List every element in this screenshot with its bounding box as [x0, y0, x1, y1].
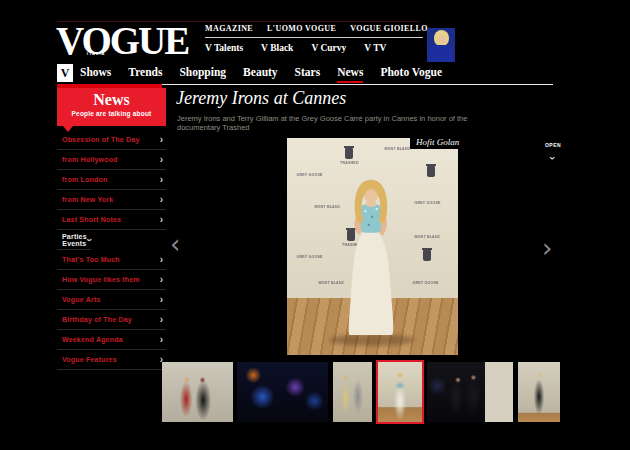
person-figure: [331, 164, 411, 344]
greygoose-logo: GREY GOOSE: [414, 200, 440, 205]
chevron-right-icon: ›: [160, 275, 163, 285]
logo-letter-v: V: [56, 19, 81, 62]
thumbnail-5[interactable]: [427, 362, 513, 422]
secondary-nav-divider: [205, 37, 423, 38]
sidebar-item-from-london[interactable]: from London›: [57, 170, 166, 190]
sidebar-item-from-hollywood[interactable]: from Hollywood›: [57, 150, 166, 170]
greygoose-logo: GREY GOOSE: [296, 172, 322, 177]
nav-v-curvy[interactable]: V Curvy: [311, 43, 346, 53]
open-panel-button[interactable]: OPEN ›: [540, 142, 566, 166]
nav-v-talents[interactable]: V Talents: [205, 43, 243, 53]
trashed-logo-icon: [345, 148, 353, 159]
vogue-news-page: VOITALIAGUE MAGAZINE L'UOMO VOGUE VOGUE …: [0, 0, 630, 450]
secondary-nav-row1: MAGAZINE L'UOMO VOGUE VOGUE GIOIELLO: [205, 24, 423, 33]
nav-v-tv[interactable]: V TV: [364, 43, 386, 53]
tab-news[interactable]: News: [337, 66, 363, 83]
promo-avatar-image[interactable]: [427, 28, 455, 62]
sidebar-item-from-new-york[interactable]: from New York›: [57, 190, 166, 210]
chevron-right-icon: ›: [160, 175, 163, 185]
avatar-body: [429, 45, 453, 62]
chevron-right-icon: ›: [160, 155, 163, 165]
thumbnail-4-selected[interactable]: [378, 362, 422, 422]
thumbnail-6[interactable]: [518, 362, 560, 422]
chevron-down-icon: ›: [549, 156, 557, 160]
chevron-down-icon: ›: [83, 238, 93, 241]
thumbnail-2[interactable]: [237, 362, 328, 422]
trashed-logo-icon: [427, 166, 435, 177]
sidebar-subtitle: People are talking about: [57, 110, 166, 117]
next-photo-arrow[interactable]: ›: [542, 236, 552, 260]
chevron-right-icon: ›: [160, 295, 163, 305]
thumbnail-1[interactable]: [162, 362, 233, 422]
sidebar-item-vogue-arts[interactable]: Vogue Arts›: [57, 290, 166, 310]
montblanc-logo: MONT BLANC: [414, 234, 440, 239]
sidebar-item-how-vogue-likes-them[interactable]: How Vogue likes them›: [57, 270, 166, 290]
v-home-badge[interactable]: V: [57, 64, 73, 82]
logo-letters-gue: GUE: [110, 19, 189, 62]
chevron-right-icon: ›: [160, 315, 163, 325]
sidebar-item-birthday-of-the-day[interactable]: Birthday of The Day›: [57, 310, 166, 330]
sidebar-item-obsession-of-the-day[interactable]: Obsession of The Day›: [57, 130, 166, 150]
sidebar-title: News: [57, 90, 166, 110]
photo-caption: Hofit Golan: [410, 135, 469, 149]
greygoose-logo: GREY GOOSE: [412, 280, 438, 285]
trashed-logo-icon: [423, 250, 431, 261]
chevron-right-icon: ›: [160, 215, 163, 225]
thumbnail-3[interactable]: [333, 362, 372, 422]
chevron-right-icon: ›: [160, 135, 163, 145]
vogue-logo[interactable]: VOITALIAGUE: [56, 22, 188, 60]
sidebar-item-thats-too-much[interactable]: That's Too Much›: [57, 250, 166, 270]
greygoose-logo: GREY GOOSE: [296, 254, 322, 259]
hero-photo[interactable]: MONT BLANC GREY GOOSE MONT BLANC GREY GO…: [287, 138, 458, 355]
avatar-face: [438, 35, 446, 44]
article-title: Jeremy Irons at Cannes: [176, 88, 346, 109]
logo-letter-o: OITALIA: [81, 19, 109, 62]
nav-vogue-gioiello[interactable]: VOGUE GIOIELLO: [350, 24, 428, 33]
secondary-nav: MAGAZINE L'UOMO VOGUE VOGUE GIOIELLO V T…: [205, 24, 423, 53]
previous-photo-arrow[interactable]: ‹: [170, 232, 180, 256]
tab-photo-vogue[interactable]: Photo Vogue: [380, 66, 442, 83]
sidebar-item-weekend-agenda[interactable]: Weekend Agenda›: [57, 330, 166, 350]
tab-trends[interactable]: Trends: [128, 66, 162, 83]
secondary-nav-row2: V Talents V Black V Curvy V TV: [205, 43, 423, 53]
sidebar-menu: Obsession of The Day› from Hollywood› fr…: [57, 130, 166, 370]
sidebar-item-vogue-features[interactable]: Vogue Features›: [57, 350, 166, 370]
tab-shopping[interactable]: Shopping: [179, 66, 226, 83]
chevron-right-icon: ›: [160, 255, 163, 265]
open-label: OPEN: [540, 142, 566, 148]
tab-stars[interactable]: Stars: [295, 66, 321, 83]
sidebar-item-parties-events[interactable]: Parties Events›: [57, 230, 91, 250]
main-nav: Shows Trends Shopping Beauty Stars News …: [80, 66, 442, 83]
nav-magazine[interactable]: MAGAZINE: [205, 24, 253, 33]
chevron-right-icon: ›: [160, 335, 163, 345]
nav-v-black[interactable]: V Black: [261, 43, 293, 53]
sidebar-item-last-short-notes[interactable]: Last Short Notes›: [57, 210, 166, 230]
tab-beauty[interactable]: Beauty: [243, 66, 278, 83]
chevron-right-icon: ›: [160, 195, 163, 205]
tab-shows[interactable]: Shows: [80, 66, 111, 83]
article-subtitle: Jeremy Irons and Terry Gilliam at the Gr…: [177, 114, 477, 132]
montblanc-logo: MONT BLANC: [384, 146, 410, 151]
sidebar-news-header: News People are talking about: [57, 88, 166, 126]
nav-luomo-vogue[interactable]: L'UOMO VOGUE: [267, 24, 336, 33]
